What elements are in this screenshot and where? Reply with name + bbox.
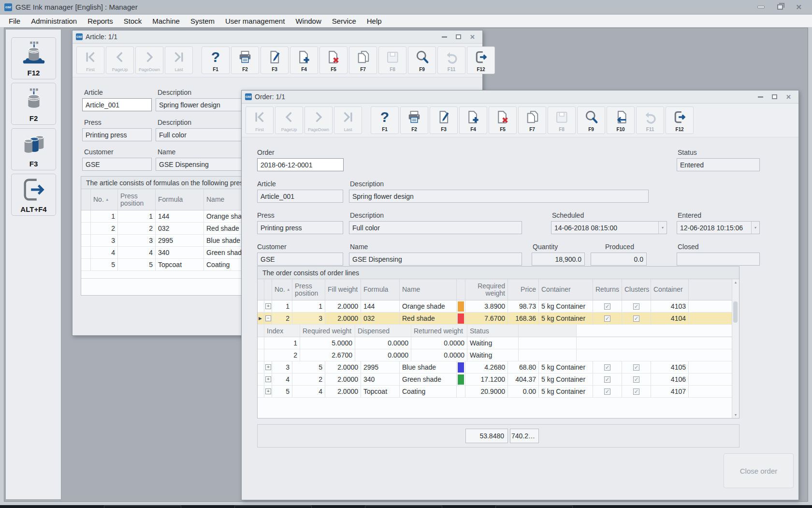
toolbar-last-button[interactable]: Last xyxy=(165,46,193,74)
sidebar-exit-button[interactable]: ALT+F4 xyxy=(11,174,56,216)
order-subrow[interactable]: 2 2.6700 0.0000 0.0000 Waiting xyxy=(258,349,739,361)
toolbar-save-button[interactable]: F8 xyxy=(378,46,406,74)
toolbar-new-button[interactable]: F4 xyxy=(290,46,318,74)
press-description-field[interactable]: Full color xyxy=(349,221,522,234)
checkbox-checked-icon[interactable]: ✓ xyxy=(633,388,639,395)
restore-icon[interactable] xyxy=(777,4,783,10)
toolbar-delete-button[interactable]: F5 xyxy=(489,106,517,134)
sidebar-stock-button[interactable]: F3 xyxy=(11,128,56,170)
maximize-icon[interactable] xyxy=(772,94,777,99)
header-formula[interactable]: Formula xyxy=(156,189,204,210)
header-no[interactable]: No.▲ xyxy=(272,279,292,300)
taskbar-item[interactable] xyxy=(104,506,181,508)
minimize-icon[interactable] xyxy=(758,96,763,98)
menu-user-management[interactable]: User management xyxy=(220,15,290,27)
header-returns[interactable]: Returns xyxy=(593,279,622,300)
chevron-down-icon[interactable]: ▾ xyxy=(658,222,667,234)
toolbar-first-button[interactable]: First xyxy=(76,46,104,74)
toolbar-first-button[interactable]: First xyxy=(246,106,274,134)
toolbar-exit-button[interactable]: F12 xyxy=(666,106,694,134)
close-icon[interactable]: ✕ xyxy=(796,3,802,11)
taskbar-item[interactable] xyxy=(365,506,442,508)
toolbar-pagedown-button[interactable]: PageDown xyxy=(304,106,333,134)
header-name[interactable]: Name xyxy=(400,279,457,300)
toolbar-pagedown-button[interactable]: PageDown xyxy=(135,46,163,74)
expand-icon[interactable]: + xyxy=(265,376,271,382)
toolbar-pageup-button[interactable]: PageUp xyxy=(106,46,134,74)
customer-field[interactable]: GSE xyxy=(82,158,152,171)
checkbox-checked-icon[interactable]: ✓ xyxy=(633,364,639,371)
taskbar-item[interactable] xyxy=(495,506,573,508)
press-field[interactable]: Printing press xyxy=(257,221,343,234)
toolbar-print-button[interactable]: F2 xyxy=(231,46,259,74)
toolbar-import-button[interactable]: F10 xyxy=(607,106,635,134)
quantity-field[interactable]: 18,900.0 xyxy=(532,253,585,266)
scrollbar-thumb[interactable] xyxy=(733,301,738,323)
header-press-position[interactable]: Press position xyxy=(292,279,325,300)
subheader-index[interactable]: Index xyxy=(264,325,300,337)
toolbar-last-button[interactable]: Last xyxy=(334,106,362,134)
checkbox-checked-icon[interactable]: ✓ xyxy=(633,315,639,322)
toolbar-copy-button[interactable]: F7 xyxy=(518,106,546,134)
close-order-button[interactable]: Close order xyxy=(724,453,794,488)
collapse-icon[interactable]: − xyxy=(265,315,271,321)
scheduled-field[interactable]: 14-06-2018 08:15:00▾ xyxy=(551,221,667,234)
checkbox-checked-icon[interactable]: ✓ xyxy=(604,376,610,383)
taskbar-item[interactable] xyxy=(234,506,312,508)
toolbar-search-button[interactable]: F9 xyxy=(408,46,436,74)
toolbar-help-button[interactable]: F1 xyxy=(202,46,230,74)
header-clusters[interactable]: Clusters xyxy=(622,279,651,300)
order-row[interactable]: + 4 2 2.0000 340 Green shade 17.1200 404… xyxy=(258,374,739,386)
menu-help[interactable]: Help xyxy=(362,15,387,27)
toolbar-edit-button[interactable]: F3 xyxy=(430,106,458,134)
toolbar-edit-button[interactable]: F3 xyxy=(261,46,289,74)
header-fill-weight[interactable]: Fill weight xyxy=(325,279,361,300)
toolbar-delete-button[interactable]: F5 xyxy=(319,46,348,74)
press-field[interactable]: Printing press xyxy=(82,128,152,141)
minimize-icon[interactable] xyxy=(757,6,765,8)
scroll-up-icon[interactable]: ▲ xyxy=(734,281,738,284)
checkbox-checked-icon[interactable]: ✓ xyxy=(604,315,610,322)
checkbox-checked-icon[interactable]: ✓ xyxy=(604,364,610,371)
header-container[interactable]: Container xyxy=(539,279,593,300)
sidebar-bucket-button[interactable]: F2 xyxy=(11,83,56,125)
header-required-weight[interactable]: Required weight xyxy=(465,279,508,300)
article-description-field[interactable]: Spring flower design xyxy=(349,190,649,203)
status-field[interactable]: Entered xyxy=(677,158,760,171)
toolbar-pageup-button[interactable]: PageUp xyxy=(275,106,303,134)
table-vertical-scrollbar[interactable]: ▲ ▼ xyxy=(732,279,739,418)
toolbar-print-button[interactable]: F2 xyxy=(400,106,428,134)
expand-icon[interactable]: + xyxy=(265,303,271,309)
header-price[interactable]: Price xyxy=(508,279,539,300)
toolbar-save-button[interactable]: F8 xyxy=(548,106,576,134)
order-row[interactable]: + 1 1 2.0000 144 Orange shade 3.8900 98.… xyxy=(258,300,739,313)
checkbox-checked-icon[interactable]: ✓ xyxy=(633,376,639,383)
checkbox-checked-icon[interactable]: ✓ xyxy=(633,303,639,310)
toolbar-new-button[interactable]: F4 xyxy=(459,106,487,134)
expand-icon[interactable]: + xyxy=(265,364,271,370)
checkbox-checked-icon[interactable]: ✓ xyxy=(604,303,610,310)
customer-field[interactable]: GSE xyxy=(257,253,343,266)
article-field[interactable]: Article_001 xyxy=(82,98,152,111)
close-icon[interactable]: ✕ xyxy=(470,34,475,40)
subheader-required-weight[interactable]: Required weight xyxy=(300,325,355,337)
menu-service[interactable]: Service xyxy=(327,15,362,27)
order-field[interactable]: 2018-06-12-0001 xyxy=(257,158,344,171)
expand-icon[interactable]: + xyxy=(265,388,271,394)
menu-administration[interactable]: Administration xyxy=(26,15,82,27)
toolbar-exit-button[interactable]: F12 xyxy=(467,46,495,74)
entered-field[interactable]: 12-06-2018 10:15:06▾ xyxy=(677,221,760,234)
toolbar-undo-button[interactable]: F11 xyxy=(636,106,664,134)
subheader-status[interactable]: Status xyxy=(467,325,519,337)
menu-stock[interactable]: Stock xyxy=(118,15,147,27)
order-subrow[interactable]: 1 5.0000 0.0000 0.0000 Waiting xyxy=(258,337,739,349)
order-row-selected[interactable]: ▶ − 2 3 2.0000 032 Red shade 7.6700 168.… xyxy=(258,313,739,325)
close-icon[interactable]: ✕ xyxy=(786,94,791,100)
sidebar-dispense-button[interactable]: F12 xyxy=(11,37,56,79)
menu-window[interactable]: Window xyxy=(290,15,326,27)
order-row[interactable]: + 5 4 2.0000 Topcoat Coating 20.9000 0.0… xyxy=(258,386,739,398)
maximize-icon[interactable] xyxy=(456,34,461,39)
customer-name-field[interactable]: GSE Dispensing xyxy=(349,253,522,266)
toolbar-search-button[interactable]: F9 xyxy=(577,106,605,134)
menu-machine[interactable]: Machine xyxy=(147,15,185,27)
